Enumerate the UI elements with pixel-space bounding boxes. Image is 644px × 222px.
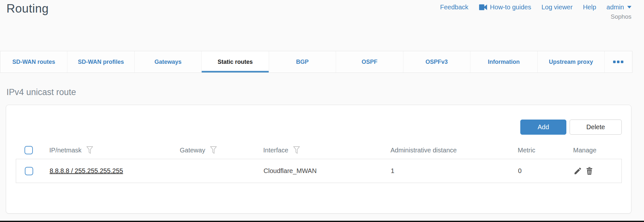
howto-guides-label: How-to guides xyxy=(490,4,531,11)
tab-ospfv3[interactable]: OSPFv3 xyxy=(403,51,470,72)
ip-netmask-header-label: IP/netmask xyxy=(49,147,82,154)
row-checkbox-cell xyxy=(25,167,50,175)
pencil-icon[interactable] xyxy=(573,167,582,175)
tab-upstream-proxy[interactable]: Upstream proxy xyxy=(538,51,605,72)
table-toolbar: Add Delete xyxy=(520,120,622,135)
row-metric-cell: 0 xyxy=(518,167,573,175)
select-all-checkbox[interactable] xyxy=(24,146,33,154)
column-header-ip-netmask: IP/netmask xyxy=(49,146,180,155)
trash-icon[interactable] xyxy=(585,167,594,175)
howto-guides-link[interactable]: How-to guides xyxy=(479,4,531,11)
log-viewer-link[interactable]: Log viewer xyxy=(542,4,573,11)
row-admin-distance-cell: 1 xyxy=(391,167,518,175)
top-links: Feedback How-to guides Log viewer Help a… xyxy=(440,4,631,11)
row-interface-cell: Cloudflare_MWAN xyxy=(264,167,391,175)
help-link[interactable]: Help xyxy=(583,4,596,11)
tab-ospf[interactable]: OSPF xyxy=(336,51,403,72)
chevron-down-icon xyxy=(627,6,631,9)
table-row: 8.8.8.8 / 255.255.255.255 Cloudflare_MWA… xyxy=(16,159,622,183)
header-checkbox-cell xyxy=(24,146,49,154)
column-header-admin-distance: Administrative distance xyxy=(390,147,518,154)
tab-sdwan-profiles[interactable]: SD-WAN profiles xyxy=(67,51,134,72)
gateway-header-label: Gateway xyxy=(180,147,205,154)
tab-gateways[interactable]: Gateways xyxy=(135,51,202,72)
column-header-interface: Interface xyxy=(263,146,390,155)
column-header-gateway: Gateway xyxy=(180,146,263,155)
interface-header-label: Interface xyxy=(263,147,288,154)
tab-static-routes[interactable]: Static routes xyxy=(202,51,269,72)
tab-sdwan-routes[interactable]: SD-WAN routes xyxy=(0,51,67,72)
admin-menu[interactable]: admin xyxy=(607,4,631,11)
funnel-icon[interactable] xyxy=(210,146,217,155)
page-title: Routing xyxy=(6,2,49,15)
delete-button[interactable]: Delete xyxy=(570,120,622,135)
admin-label: admin xyxy=(607,4,624,11)
column-header-manage: Manage xyxy=(573,147,622,154)
funnel-icon[interactable] xyxy=(86,146,93,155)
ip-netmask-link[interactable]: 8.8.8.8 / 255.255.255.255 xyxy=(50,167,123,175)
more-tabs-button[interactable] xyxy=(605,51,632,72)
ellipsis-icon xyxy=(621,61,623,63)
tab-bgp[interactable]: BGP xyxy=(269,51,336,72)
window-bottom-edge xyxy=(0,221,644,222)
row-manage-cell xyxy=(573,167,621,175)
funnel-icon[interactable] xyxy=(293,146,300,155)
section-heading: IPv4 unicast route xyxy=(6,87,76,97)
feedback-label: Feedback xyxy=(440,4,468,11)
add-button[interactable]: Add xyxy=(520,120,566,135)
video-camera-icon xyxy=(479,4,487,11)
ipv4-unicast-route-panel: Add Delete IP/netmask Gateway xyxy=(6,105,631,214)
row-checkbox[interactable] xyxy=(25,167,33,175)
help-label: Help xyxy=(583,4,596,11)
routing-tabbar: SD-WAN routes SD-WAN profiles Gateways S… xyxy=(0,51,632,73)
column-header-metric: Metric xyxy=(518,147,573,154)
row-ip-netmask-cell: 8.8.8.8 / 255.255.255.255 xyxy=(50,167,180,175)
ellipsis-icon xyxy=(613,61,616,63)
log-viewer-label: Log viewer xyxy=(542,4,573,11)
tab-information[interactable]: Information xyxy=(470,51,537,72)
ellipsis-icon xyxy=(617,61,620,63)
feedback-link[interactable]: Feedback xyxy=(440,4,468,11)
top-navigation: Feedback How-to guides Log viewer Help a… xyxy=(440,4,631,20)
brand-label: Sophos xyxy=(440,13,631,20)
table-header-row: IP/netmask Gateway Interface xyxy=(16,142,622,158)
routing-page: Routing Feedback How-to guides Log viewe… xyxy=(0,0,644,222)
